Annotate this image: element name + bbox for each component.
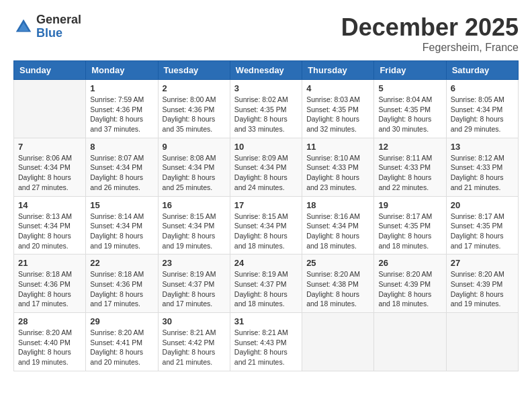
calendar-week-row: 1Sunrise: 7:59 AMSunset: 4:36 PMDaylight… [14,80,519,138]
calendar-cell: 14Sunrise: 8:13 AMSunset: 4:34 PMDayligh… [14,196,86,255]
day-info: Sunrise: 8:17 AMSunset: 4:35 PMDaylight:… [451,212,514,251]
day-number: 29 [90,316,153,326]
calendar-week-row: 28Sunrise: 8:20 AMSunset: 4:40 PMDayligh… [14,313,519,371]
day-number: 7 [18,142,81,152]
calendar-cell: 2Sunrise: 8:00 AMSunset: 4:36 PMDaylight… [158,80,230,138]
day-number: 11 [306,142,369,152]
day-number: 14 [18,200,81,210]
day-number: 30 [163,316,226,326]
day-number: 23 [163,258,226,268]
calendar-cell: 29Sunrise: 8:20 AMSunset: 4:41 PMDayligh… [86,313,158,371]
day-info: Sunrise: 8:18 AMSunset: 4:36 PMDaylight:… [90,269,153,309]
calendar-week-row: 21Sunrise: 8:18 AMSunset: 4:36 PMDayligh… [14,255,519,313]
day-number: 28 [18,316,81,326]
calendar-cell: 6Sunrise: 8:05 AMSunset: 4:34 PMDaylight… [446,80,518,138]
calendar-cell: 17Sunrise: 8:15 AMSunset: 4:34 PMDayligh… [230,196,302,255]
day-info: Sunrise: 8:12 AMSunset: 4:33 PMDaylight:… [451,153,514,193]
weekday-header-saturday: Saturday [446,61,518,80]
day-info: Sunrise: 8:20 AMSunset: 4:41 PMDaylight:… [90,328,153,367]
day-number: 18 [306,200,369,210]
calendar-cell: 9Sunrise: 8:08 AMSunset: 4:34 PMDaylight… [158,138,230,196]
day-number: 3 [234,83,298,93]
day-number: 21 [18,258,81,268]
day-number: 1 [90,83,153,93]
day-info: Sunrise: 8:19 AMSunset: 4:37 PMDaylight:… [234,269,298,309]
calendar-cell: 22Sunrise: 8:18 AMSunset: 4:36 PMDayligh… [86,255,158,313]
day-info: Sunrise: 8:13 AMSunset: 4:34 PMDaylight:… [18,212,81,251]
day-info: Sunrise: 8:11 AMSunset: 4:33 PMDaylight:… [378,153,441,193]
weekday-header-wednesday: Wednesday [230,61,302,80]
calendar-cell: 26Sunrise: 8:20 AMSunset: 4:39 PMDayligh… [374,255,446,313]
day-info: Sunrise: 8:15 AMSunset: 4:34 PMDaylight:… [163,212,226,251]
day-info: Sunrise: 8:21 AMSunset: 4:42 PMDaylight:… [163,328,226,367]
calendar-cell: 10Sunrise: 8:09 AMSunset: 4:34 PMDayligh… [230,138,302,196]
day-number: 10 [234,142,298,152]
day-info: Sunrise: 8:09 AMSunset: 4:34 PMDaylight:… [234,153,298,193]
day-info: Sunrise: 8:20 AMSunset: 4:38 PMDaylight:… [306,269,369,309]
calendar-cell [302,313,374,371]
calendar-cell: 15Sunrise: 8:14 AMSunset: 4:34 PMDayligh… [86,196,158,255]
calendar-cell: 27Sunrise: 8:20 AMSunset: 4:39 PMDayligh… [446,255,518,313]
calendar-cell: 12Sunrise: 8:11 AMSunset: 4:33 PMDayligh… [374,138,446,196]
day-info: Sunrise: 8:20 AMSunset: 4:40 PMDaylight:… [18,328,81,367]
day-number: 27 [451,258,514,268]
day-info: Sunrise: 8:14 AMSunset: 4:34 PMDaylight:… [90,212,153,251]
day-info: Sunrise: 8:07 AMSunset: 4:34 PMDaylight:… [90,153,153,193]
day-info: Sunrise: 8:15 AMSunset: 4:34 PMDaylight:… [234,212,298,251]
weekday-header-sunday: Sunday [14,61,86,80]
calendar-cell: 3Sunrise: 8:02 AMSunset: 4:35 PMDaylight… [230,80,302,138]
day-number: 12 [378,142,441,152]
logo-icon [13,17,34,37]
calendar-cell: 23Sunrise: 8:19 AMSunset: 4:37 PMDayligh… [158,255,230,313]
calendar-cell [446,313,518,371]
day-info: Sunrise: 8:00 AMSunset: 4:36 PMDaylight:… [163,95,226,134]
calendar-cell: 1Sunrise: 7:59 AMSunset: 4:36 PMDaylight… [86,80,158,138]
calendar-cell: 25Sunrise: 8:20 AMSunset: 4:38 PMDayligh… [302,255,374,313]
location: Fegersheim, France [341,42,519,54]
day-number: 22 [90,258,153,268]
calendar-cell [14,80,86,138]
day-info: Sunrise: 8:20 AMSunset: 4:39 PMDaylight:… [378,269,441,309]
day-number: 24 [234,258,298,268]
day-number: 31 [234,316,298,326]
day-number: 4 [306,83,369,93]
day-info: Sunrise: 8:02 AMSunset: 4:35 PMDaylight:… [234,95,298,134]
day-number: 20 [451,200,514,210]
day-number: 5 [378,83,441,93]
day-number: 6 [451,83,514,93]
day-number: 25 [306,258,369,268]
day-number: 26 [378,258,441,268]
day-info: Sunrise: 8:21 AMSunset: 4:43 PMDaylight:… [234,328,298,367]
calendar: SundayMondayTuesdayWednesdayThursdayFrid… [13,60,519,371]
calendar-cell: 24Sunrise: 8:19 AMSunset: 4:37 PMDayligh… [230,255,302,313]
calendar-week-row: 7Sunrise: 8:06 AMSunset: 4:34 PMDaylight… [14,138,519,196]
calendar-cell: 19Sunrise: 8:17 AMSunset: 4:35 PMDayligh… [374,196,446,255]
header: General Blue December 2025 Fegersheim, F… [13,13,519,54]
day-info: Sunrise: 8:06 AMSunset: 4:34 PMDaylight:… [18,153,81,193]
day-info: Sunrise: 8:17 AMSunset: 4:35 PMDaylight:… [378,212,441,251]
calendar-cell: 16Sunrise: 8:15 AMSunset: 4:34 PMDayligh… [158,196,230,255]
weekday-header-row: SundayMondayTuesdayWednesdayThursdayFrid… [14,61,519,80]
day-info: Sunrise: 8:18 AMSunset: 4:36 PMDaylight:… [18,269,81,309]
calendar-cell: 7Sunrise: 8:06 AMSunset: 4:34 PMDaylight… [14,138,86,196]
day-info: Sunrise: 8:19 AMSunset: 4:37 PMDaylight:… [163,269,226,309]
day-info: Sunrise: 8:05 AMSunset: 4:34 PMDaylight:… [451,95,514,134]
calendar-cell: 20Sunrise: 8:17 AMSunset: 4:35 PMDayligh… [446,196,518,255]
calendar-cell: 28Sunrise: 8:20 AMSunset: 4:40 PMDayligh… [14,313,86,371]
day-number: 19 [378,200,441,210]
day-info: Sunrise: 8:04 AMSunset: 4:35 PMDaylight:… [378,95,441,134]
day-number: 15 [90,200,153,210]
day-number: 13 [451,142,514,152]
calendar-cell: 11Sunrise: 8:10 AMSunset: 4:33 PMDayligh… [302,138,374,196]
calendar-cell: 30Sunrise: 8:21 AMSunset: 4:42 PMDayligh… [158,313,230,371]
day-info: Sunrise: 8:10 AMSunset: 4:33 PMDaylight:… [306,153,369,193]
day-number: 2 [163,83,226,93]
weekday-header-monday: Monday [86,61,158,80]
day-info: Sunrise: 8:16 AMSunset: 4:34 PMDaylight:… [306,212,369,251]
day-number: 16 [163,200,226,210]
logo-general-text: General [36,13,81,27]
calendar-cell: 21Sunrise: 8:18 AMSunset: 4:36 PMDayligh… [14,255,86,313]
month-title: December 2025 [341,13,519,42]
day-info: Sunrise: 8:03 AMSunset: 4:35 PMDaylight:… [306,95,369,134]
day-info: Sunrise: 7:59 AMSunset: 4:36 PMDaylight:… [90,95,153,134]
